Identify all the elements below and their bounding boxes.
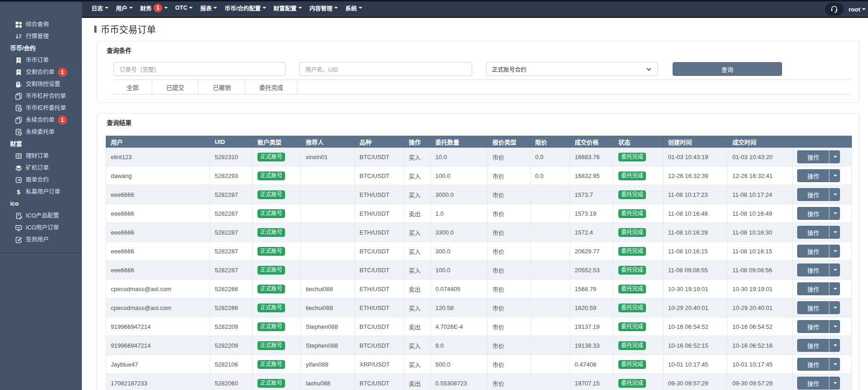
svg-text:$: $ — [17, 189, 21, 195]
